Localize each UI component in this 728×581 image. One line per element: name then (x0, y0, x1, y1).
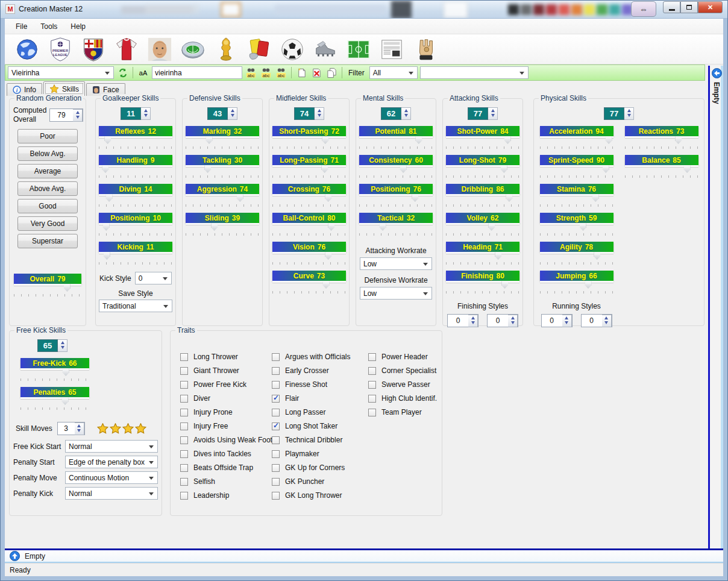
generation-level-button[interactable]: Above Avg. (17, 181, 78, 196)
spinner-buttons[interactable] (141, 107, 151, 120)
generation-level-button[interactable]: Good (17, 199, 78, 213)
trait-checkbox[interactable] (272, 395, 280, 403)
slider-thumb[interactable] (495, 252, 501, 260)
player-face-icon[interactable] (146, 36, 174, 63)
defensive-workrate-select[interactable]: Low (360, 287, 432, 300)
trait-row[interactable]: Flair (272, 394, 351, 403)
kit-icon[interactable] (113, 36, 140, 63)
trait-row[interactable]: Corner Specialist (368, 366, 437, 375)
trait-row[interactable]: Giant Thrower (180, 366, 272, 375)
slider-thumb[interactable] (104, 136, 111, 144)
spinner-buttons[interactable] (58, 339, 67, 352)
trait-checkbox[interactable] (180, 478, 188, 486)
gloves-icon[interactable] (411, 36, 439, 63)
trait-checkbox[interactable] (180, 450, 188, 458)
category-overall-spinner[interactable]: 77 (534, 107, 704, 120)
trait-row[interactable]: Beats Offside Trap (180, 463, 272, 472)
trait-checkbox[interactable] (180, 464, 188, 472)
slider-thumb[interactable] (321, 165, 328, 173)
slider-thumb[interactable] (603, 165, 609, 173)
trait-row[interactable]: GK Puncher (272, 477, 351, 486)
league-icon[interactable]: PREMIERLEAGUE (46, 36, 74, 63)
trophy-icon[interactable] (212, 36, 240, 63)
trait-checkbox[interactable] (272, 450, 280, 458)
minimize-button[interactable] (663, 1, 680, 13)
trait-checkbox[interactable] (180, 422, 188, 430)
bottom-dock-panel[interactable]: Empty (5, 548, 723, 563)
trait-row[interactable]: Injury Free (180, 422, 272, 430)
trait-row[interactable]: High Club Identif. (368, 394, 437, 403)
player-select[interactable]: Vieirinha (8, 66, 114, 79)
trait-checkbox[interactable] (368, 367, 376, 375)
slider-thumb[interactable] (328, 223, 334, 231)
trait-row[interactable]: Long Thrower (180, 353, 272, 361)
spinner-buttons[interactable] (602, 315, 612, 327)
find-all-abc-icon[interactable]: abc (275, 66, 287, 79)
boots-icon[interactable] (312, 36, 339, 63)
running-style-spinner[interactable]: 0 (541, 314, 573, 327)
slider-thumb[interactable] (64, 284, 71, 292)
category-overall-spinner[interactable]: 11 (96, 107, 175, 120)
trait-row[interactable]: Long Passer (272, 408, 351, 416)
expand-up-icon[interactable] (10, 551, 20, 561)
setting-select[interactable]: Normal (65, 440, 158, 453)
trait-row[interactable]: Long Shot Taker (272, 422, 351, 430)
slider-thumb[interactable] (323, 281, 330, 289)
generation-level-button[interactable]: Superstar (17, 234, 78, 248)
trait-checkbox[interactable] (180, 367, 188, 375)
menu-help[interactable]: Help (64, 20, 92, 33)
trait-row[interactable]: Team Player (368, 408, 437, 416)
slider-thumb[interactable] (684, 165, 691, 173)
trait-row[interactable]: Early Crosser (272, 366, 351, 375)
slider-thumb[interactable] (592, 194, 599, 202)
slider-thumb[interactable] (506, 194, 512, 202)
category-overall-spinner[interactable]: 43 (183, 107, 262, 120)
kick-style-select[interactable]: 0 (135, 272, 172, 284)
slider-thumb[interactable] (585, 281, 592, 289)
finishing-style-spinner[interactable]: 0 (487, 314, 518, 327)
spinner-buttons[interactable] (315, 107, 324, 120)
running-style-spinner[interactable]: 0 (581, 314, 612, 327)
setting-select[interactable]: Edge of the penalty box (65, 456, 158, 468)
spinner-buttons[interactable] (401, 107, 411, 120)
slider-thumb[interactable] (325, 194, 331, 202)
trait-checkbox[interactable] (180, 395, 188, 403)
trait-row[interactable]: Selfish (180, 477, 272, 486)
trait-row[interactable]: GK Up for Corners (272, 463, 351, 472)
trait-checkbox[interactable] (180, 381, 188, 389)
slider-thumb[interactable] (206, 136, 213, 144)
menu-file[interactable]: File (10, 20, 33, 33)
trait-checkbox[interactable] (368, 395, 376, 403)
expand-left-icon[interactable] (712, 68, 722, 78)
generation-level-button[interactable]: Very Good (17, 216, 78, 231)
slider-thumb[interactable] (606, 136, 612, 144)
skill-moves-spinner[interactable]: 3 (57, 422, 85, 435)
category-overall-spinner[interactable]: 65 (37, 339, 162, 352)
search-input[interactable] (152, 66, 242, 79)
stadium-icon[interactable] (179, 36, 207, 63)
trait-checkbox[interactable] (368, 353, 376, 361)
news-icon[interactable] (378, 36, 406, 63)
menu-tools[interactable]: Tools (34, 20, 63, 33)
slider-thumb[interactable] (211, 223, 218, 231)
trait-checkbox[interactable] (180, 436, 188, 444)
maximize-button[interactable] (680, 1, 698, 13)
slider-thumb[interactable] (325, 252, 331, 260)
trait-row[interactable]: Diver (180, 394, 272, 403)
slider-thumb[interactable] (501, 281, 508, 289)
slider-thumb[interactable] (63, 368, 69, 376)
trait-checkbox[interactable] (272, 436, 280, 444)
slider-thumb[interactable] (675, 136, 682, 144)
trait-checkbox[interactable] (180, 492, 188, 500)
refresh-icon[interactable] (116, 66, 129, 79)
setting-select[interactable]: Normal (65, 487, 158, 500)
trait-checkbox[interactable] (368, 381, 376, 389)
spinner-buttons[interactable] (75, 422, 84, 435)
slider-thumb[interactable] (322, 136, 328, 144)
slider-thumb[interactable] (415, 136, 422, 144)
trait-checkbox[interactable] (272, 478, 280, 486)
filter-select[interactable]: All (369, 66, 418, 79)
trait-checkbox[interactable] (272, 464, 280, 472)
find-next-abc-icon[interactable]: abc (260, 66, 272, 79)
trait-row[interactable]: Dives into Tackles (180, 450, 272, 458)
